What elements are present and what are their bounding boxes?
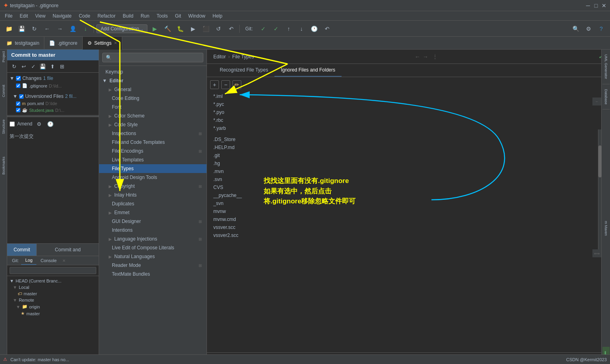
project-strip-label[interactable]: Project <box>2 51 6 62</box>
menu-tools[interactable]: Tools <box>153 12 171 20</box>
ft-item-mvn[interactable]: .mvn <box>210 167 607 175</box>
ft-item-git[interactable]: .git <box>210 151 607 159</box>
main-scrollbar[interactable] <box>598 129 601 249</box>
menu-view[interactable]: View <box>32 12 49 20</box>
revert-button[interactable]: ↶ <box>226 23 237 34</box>
settings-item-color-scheme[interactable]: ▶ Color Scheme <box>99 111 207 120</box>
vcs-button[interactable]: 👤 <box>67 23 78 34</box>
ft-item-yarb[interactable]: *.yarb <box>210 124 607 132</box>
git-tab-console[interactable]: Console <box>36 257 60 265</box>
git-local-section[interactable]: ▼ Local <box>10 284 96 290</box>
tab-gitignore[interactable]: 📄 .gitignore <box>44 37 82 50</box>
breadcrumb-file-types[interactable]: File Types <box>232 54 254 60</box>
scroll-split-btn[interactable]: ⟺ <box>592 249 601 257</box>
menu-git[interactable]: Git <box>172 12 184 20</box>
menu-run[interactable]: Run <box>137 12 153 20</box>
bookmarks-strip-label[interactable]: Bookmarks <box>2 157 6 175</box>
ft-item-vssver[interactable]: vssver.scc <box>210 223 607 231</box>
settings-item-live-templates[interactable]: Live Templates <box>99 155 207 164</box>
help-button[interactable]: ? <box>596 23 607 34</box>
commit-group-btn[interactable]: ⊞ <box>58 62 66 71</box>
vcs-update-button[interactable]: ↓ <box>80 23 91 34</box>
save-button[interactable]: 💾 <box>16 23 27 34</box>
menu-refactor[interactable]: Refactor <box>94 12 119 20</box>
search-everywhere-button[interactable]: 🔍 <box>570 23 581 34</box>
git-origin-item[interactable]: ▼ 📁 origin <box>10 303 96 310</box>
ft-item-pyo[interactable]: *.pyo <box>210 108 607 116</box>
scroll-top-btn[interactable]: − <box>592 97 601 105</box>
file-checkbox-student[interactable] <box>16 108 20 112</box>
coverage-button[interactable]: ▶ <box>187 23 199 34</box>
amend-checkbox[interactable] <box>10 121 15 127</box>
settings-item-inspections[interactable]: Inspections ⊞ <box>99 129 207 138</box>
settings-item-code-style[interactable]: ▶ Code Style <box>99 120 207 129</box>
commit-message-input[interactable]: 第一次提交 <box>7 131 99 243</box>
maven-panel-label[interactable]: m Maven <box>603 216 609 241</box>
commit-undo-btn[interactable]: ↩ <box>19 62 28 71</box>
git-remote-section[interactable]: ▼ Remote <box>10 297 96 303</box>
profile-button[interactable]: ⬛ <box>200 23 211 34</box>
file-checkbox-pom[interactable] <box>16 101 20 106</box>
menu-code[interactable]: Code <box>76 12 93 20</box>
ft-item-vssver2[interactable]: vssver2.scc <box>210 231 607 239</box>
commit-strip-label[interactable]: Commit <box>2 85 6 97</box>
git-pull[interactable]: ↓ <box>296 23 307 34</box>
minimize-button[interactable]: ─ <box>585 3 591 8</box>
menu-help[interactable]: Help <box>209 12 226 20</box>
forward-button[interactable]: → <box>54 23 66 34</box>
main-scrollbar-thumb[interactable] <box>598 145 602 177</box>
structure-strip-label[interactable]: Structure <box>2 119 6 134</box>
settings-item-editor[interactable]: ▼ Editor <box>99 76 207 85</box>
amend-history-btn[interactable]: 🕐 <box>46 119 55 128</box>
menu-edit[interactable]: Edit <box>16 12 31 20</box>
settings-item-gui-designer[interactable]: GUI Designer ⊞ <box>99 217 207 226</box>
menu-navigate[interactable]: Navigate <box>50 12 75 20</box>
git-history[interactable]: 🕐 <box>309 23 320 34</box>
settings-item-natural-languages[interactable]: ▶ Natural Languages <box>99 252 207 261</box>
menu-window[interactable]: Window <box>185 12 209 20</box>
refresh-button[interactable]: ↻ <box>29 23 40 34</box>
add-configuration-button[interactable]: Add Configuration... <box>96 24 147 33</box>
tab-testgitagain[interactable]: 📁 testgitagain <box>2 37 44 50</box>
uml-panel-label[interactable]: UML Generator <box>603 50 609 84</box>
git-search-input[interactable] <box>10 267 96 274</box>
settings-item-file-code-templates[interactable]: File and Code Templates <box>99 138 207 147</box>
close-button[interactable]: ✕ <box>601 3 607 8</box>
settings-item-live-edit[interactable]: Live Edit of Compose Literals <box>99 243 207 252</box>
commit-and-button[interactable]: Commit and <box>36 244 99 256</box>
settings-item-font[interactable]: Font <box>99 103 207 111</box>
settings-item-file-encodings[interactable]: File Encodings ⊞ <box>99 147 207 155</box>
breadcrumb-options-btn[interactable]: ⋮ <box>432 54 438 60</box>
settings-item-code-editing[interactable]: Code Editing <box>99 94 207 103</box>
git-rollback[interactable]: ↶ <box>322 23 333 34</box>
settings-button[interactable]: ⚙ <box>583 23 594 34</box>
breadcrumb-editor[interactable]: Editor <box>213 54 226 60</box>
settings-item-textmate[interactable]: TextMate Bundles <box>99 270 207 278</box>
changes-header[interactable]: ▼ Changes 1 file <box>10 74 96 82</box>
git-checkmark-2[interactable]: ✓ <box>270 23 282 34</box>
ft-edit-btn[interactable]: ✏ <box>232 80 241 89</box>
menu-build[interactable]: Build <box>119 12 137 20</box>
commit-refresh-btn[interactable]: ↻ <box>10 62 18 71</box>
unversioned-checkbox[interactable] <box>19 94 24 99</box>
ft-item-pyc[interactable]: *.pyc <box>210 100 607 108</box>
stop-button[interactable]: ↺ <box>213 23 224 34</box>
settings-item-duplicates[interactable]: Duplicates <box>99 199 207 208</box>
settings-item-inlay-hints[interactable]: ▶ Inlay Hints <box>99 191 207 199</box>
settings-tab-ignored[interactable]: Ignored Files and Folders <box>274 64 342 77</box>
settings-item-file-types[interactable]: File Types <box>99 164 207 173</box>
settings-search-input[interactable] <box>102 53 203 62</box>
ft-item-hg[interactable]: .hg <box>210 159 607 167</box>
maximize-button[interactable]: □ <box>593 3 599 8</box>
database-panel-label[interactable]: Database <box>603 84 609 109</box>
back-button[interactable]: ← <box>42 23 53 34</box>
settings-item-intentions[interactable]: Intentions <box>99 226 207 235</box>
ft-item-help-md[interactable]: .HELP.md <box>210 143 607 151</box>
git-tab-log[interactable]: Log <box>21 256 36 265</box>
ft-item-mvnw-cmd[interactable]: mvnw.cmd <box>210 215 607 223</box>
changes-checkbox[interactable] <box>16 76 21 81</box>
menu-file[interactable]: File <box>2 12 16 20</box>
commit-button[interactable]: Commit <box>7 244 36 256</box>
git-remote-master-item[interactable]: ★ master <box>10 310 96 317</box>
ft-remove-btn[interactable]: − <box>221 80 230 89</box>
